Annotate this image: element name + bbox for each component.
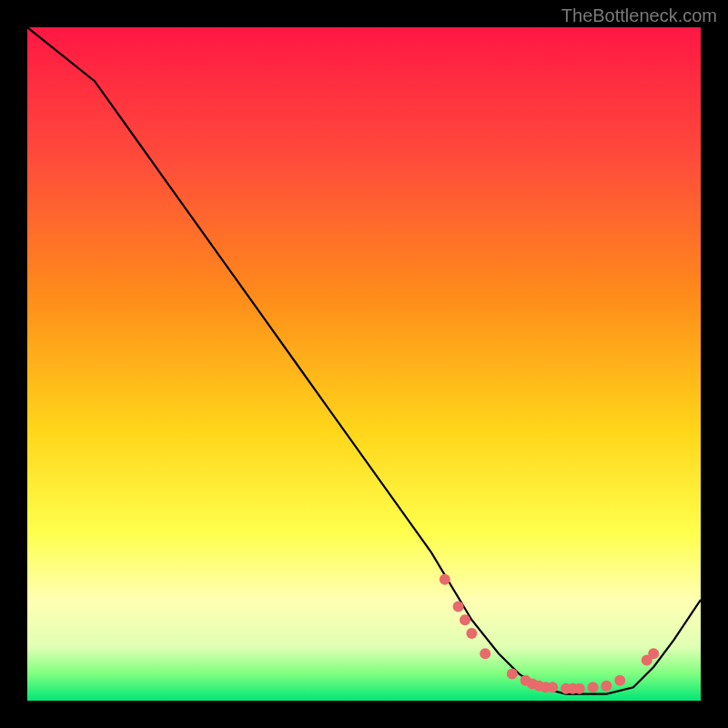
data-marker xyxy=(440,574,450,585)
data-marker xyxy=(507,668,518,679)
data-marker xyxy=(614,675,625,686)
data-marker xyxy=(601,681,612,692)
data-marker xyxy=(466,628,477,639)
data-marker xyxy=(460,614,470,625)
data-marker xyxy=(588,682,599,693)
data-marker xyxy=(453,601,464,612)
chart-svg xyxy=(27,27,701,701)
data-marker xyxy=(547,682,558,693)
attribution-text: TheBottleneck.com xyxy=(561,5,717,26)
data-marker xyxy=(480,648,490,659)
data-marker xyxy=(574,683,585,694)
data-marker xyxy=(648,648,659,659)
chart-container: TheBottleneck.com xyxy=(0,0,728,728)
plot-area xyxy=(27,27,701,701)
